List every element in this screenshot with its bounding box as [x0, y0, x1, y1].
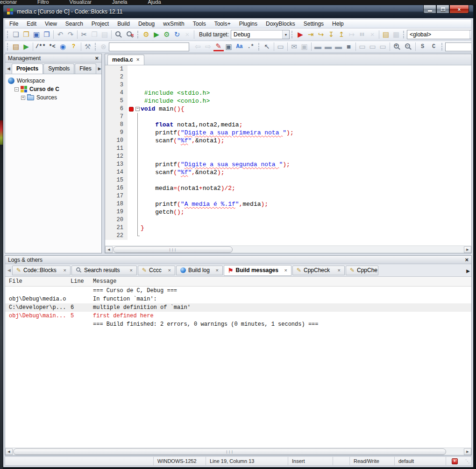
fold-margin[interactable]: [135, 145, 141, 153]
tree-item-curso-de-c[interactable]: −Curso de C: [5, 85, 101, 93]
fold-margin[interactable]: [135, 168, 141, 176]
bg-menu-filtro[interactable]: Filtro: [37, 0, 49, 5]
find-icon[interactable]: [115, 31, 121, 36]
scope-select[interactable]: <global>▼: [407, 30, 472, 39]
code-area[interactable]: 1234 #include <stdio.h>5 #include <conio…: [105, 65, 471, 245]
fold-margin[interactable]: [135, 176, 141, 184]
fold-margin[interactable]: [135, 137, 141, 145]
symbol-margin[interactable]: [128, 121, 135, 129]
logs-hscroll-thumb[interactable]: |||: [13, 448, 446, 455]
build-message-row[interactable]: C:\developer\p...6multiple definition of…: [5, 303, 471, 312]
symbol-margin[interactable]: [128, 224, 135, 232]
wxs-panel-3-icon[interactable]: ▬: [334, 42, 344, 52]
fold-margin[interactable]: [135, 153, 141, 161]
menu-doxyblocks[interactable]: DoxyBlocks: [262, 20, 299, 28]
menu-tools[interactable]: Tools: [189, 20, 210, 28]
scroll-left-icon[interactable]: ◀: [105, 246, 113, 253]
wxs-sizer-3-icon[interactable]: ▭: [378, 42, 388, 52]
logs-tab-close-icon[interactable]: ×: [129, 268, 132, 273]
wxs-panel-1-icon[interactable]: ▬: [313, 42, 323, 52]
undo-icon[interactable]: ↶: [55, 29, 65, 40]
symbol-margin[interactable]: [128, 161, 135, 168]
breakpoint-icon[interactable]: [129, 107, 134, 112]
management-close-icon[interactable]: ×: [95, 55, 99, 61]
step-out-icon[interactable]: ↥: [336, 29, 347, 40]
symbol-margin[interactable]: [128, 89, 135, 97]
bg-menu-ajuda[interactable]: Ajuda: [148, 0, 161, 5]
build-message-row[interactable]: obj\Debug\media.oIn function `main':: [5, 295, 471, 303]
symbol-margin[interactable]: [128, 137, 135, 145]
redo-icon[interactable]: ↷: [65, 29, 76, 40]
tree-item-sources[interactable]: +Sources: [5, 93, 101, 102]
nav-forward-icon[interactable]: ⇨: [203, 42, 213, 52]
expand-icon[interactable]: +: [21, 96, 25, 100]
fold-margin[interactable]: [135, 73, 141, 81]
fold-margin[interactable]: [135, 184, 141, 192]
match-case-icon[interactable]: Aa: [234, 42, 245, 52]
symbol-margin[interactable]: [128, 129, 135, 137]
fold-margin[interactable]: [135, 65, 141, 73]
logs-tab-close-icon[interactable]: ×: [215, 268, 218, 273]
symbol-margin[interactable]: [128, 73, 135, 81]
logs-tab-close-icon[interactable]: ×: [284, 268, 287, 273]
scroll-right-icon[interactable]: ▶: [464, 448, 471, 455]
bg-menu-ecionar[interactable]: ecionar: [0, 0, 17, 5]
menu-plugins[interactable]: Plugins: [235, 20, 262, 28]
column-header-file[interactable]: File: [5, 277, 69, 286]
maximize-button[interactable]: [436, 5, 449, 14]
toolbar-grip[interactable]: [291, 31, 293, 38]
next-line-icon[interactable]: ↪: [316, 29, 326, 40]
build-and-run-icon[interactable]: ⚙: [162, 29, 172, 40]
menu-project[interactable]: Project: [87, 20, 113, 28]
abort-build-icon[interactable]: ×: [182, 29, 192, 40]
titlebar[interactable]: media.c [Curso de C] - Code::Blocks 12.1…: [3, 5, 473, 18]
doxy-help-icon[interactable]: ?: [68, 42, 79, 52]
symbol-margin[interactable]: [128, 184, 135, 192]
paste-icon[interactable]: ▤: [99, 29, 110, 40]
tab-scroll-left-icon[interactable]: ◀: [6, 66, 12, 74]
collapse-icon[interactable]: −: [14, 87, 19, 91]
logs-tab-scroll-right-icon[interactable]: ▶: [466, 268, 470, 273]
symbol-margin[interactable]: [128, 216, 135, 224]
logs-tab-cccc[interactable]: ✎Cccc×: [138, 266, 175, 275]
logs-close-icon[interactable]: ×: [465, 257, 469, 263]
fold-margin[interactable]: [135, 97, 141, 105]
run-analysis-icon[interactable]: ▶: [21, 42, 31, 52]
logs-tab-code-blocks[interactable]: ✎Code::Blocks×: [12, 266, 71, 275]
build-icon[interactable]: ⚙: [141, 29, 151, 40]
symbol-margin[interactable]: [128, 192, 135, 200]
wxs-sizer-2-icon[interactable]: ▭: [368, 42, 378, 52]
logs-tab-close-icon[interactable]: ×: [337, 268, 340, 273]
zoom-out-icon[interactable]: [405, 43, 410, 49]
resize-grip-icon[interactable]: ⋱: [465, 459, 470, 464]
save-all-files-icon[interactable]: ❒: [42, 29, 52, 40]
build-message-row[interactable]: === Curso de C, Debug ===: [5, 287, 471, 295]
toolbar-grip[interactable]: [441, 43, 443, 50]
toolbar-grip[interactable]: [403, 31, 405, 38]
logs-tab-close-icon[interactable]: ×: [63, 268, 66, 273]
fold-margin[interactable]: [135, 232, 141, 240]
toolbar-grip[interactable]: [7, 31, 8, 38]
toolbar-grip[interactable]: [137, 31, 139, 38]
new-file-icon[interactable]: ❏: [11, 29, 21, 40]
copy-icon[interactable]: ❐: [89, 29, 99, 40]
symbol-margin[interactable]: [128, 208, 135, 216]
wxs-frame-icon[interactable]: ▭: [276, 42, 286, 52]
menu-settings[interactable]: Settings: [299, 20, 328, 28]
status-alert-icon[interactable]: +: [452, 458, 458, 464]
symbol-margin[interactable]: [128, 168, 135, 176]
build-message-row[interactable]: obj\Debug\main...5first defined here: [5, 312, 471, 320]
symbol-margin[interactable]: [128, 105, 135, 113]
scroll-left-icon[interactable]: ◀: [5, 448, 13, 455]
fold-margin[interactable]: −: [135, 105, 141, 113]
menu-build[interactable]: Build: [113, 20, 134, 28]
doxywizard-icon[interactable]: ◉: [58, 42, 68, 52]
editor-tab-media-c[interactable]: media.c ×: [107, 55, 144, 65]
fold-margin[interactable]: [135, 121, 141, 129]
open-file-icon[interactable]: ❐: [21, 29, 31, 40]
break-debugger-icon[interactable]: ▮▮: [357, 29, 367, 40]
logs-tab-build-log[interactable]: Build log×: [176, 266, 223, 275]
menu-view[interactable]: View: [41, 20, 61, 28]
column-header-line[interactable]: Line: [69, 277, 89, 286]
doxy-line-comment-icon[interactable]: *<: [47, 42, 58, 52]
